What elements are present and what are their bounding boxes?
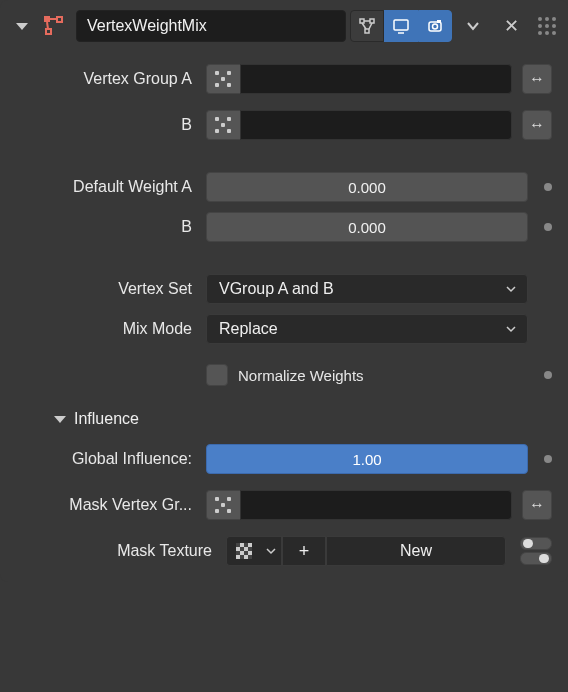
svg-line-9: [362, 23, 366, 29]
normalize-label: Normalize Weights: [238, 367, 364, 384]
mix-mode-label: Mix Mode: [16, 320, 196, 338]
texture-add-button[interactable]: +: [282, 536, 326, 566]
vertex-group-b-label: B: [16, 116, 196, 134]
svg-rect-6: [370, 19, 374, 23]
normalize-row: Normalize Weights: [16, 358, 552, 392]
close-icon: ✕: [504, 15, 519, 37]
modifier-header: VertexWeightMix ✕: [4, 4, 564, 48]
vertex-group-b-row: B ↔: [16, 108, 552, 142]
vertex-group-a-label: Vertex Group A: [16, 70, 196, 88]
svg-line-10: [369, 23, 372, 29]
texture-browse-button[interactable]: [226, 536, 260, 566]
svg-line-4: [47, 22, 48, 29]
default-weight-a-row: Default Weight A 0.000: [16, 170, 552, 204]
invert-mask-button[interactable]: ↔: [522, 490, 552, 520]
default-weight-b-row: B 0.000: [16, 210, 552, 244]
svg-rect-11: [394, 20, 408, 30]
default-weight-a-input[interactable]: 0.000: [206, 172, 528, 202]
render-display-toggle[interactable]: [418, 10, 452, 42]
expand-toggle[interactable]: [12, 10, 32, 42]
vertex-group-a-row: Vertex Group A ↔: [16, 62, 552, 96]
global-influence-input[interactable]: 1.00: [206, 444, 528, 474]
display-mode-group: [350, 10, 452, 42]
texture-dropdown-button[interactable]: [260, 536, 282, 566]
normalize-checkbox[interactable]: [206, 364, 228, 386]
mask-vg-input[interactable]: [206, 490, 512, 520]
extras-menu[interactable]: [456, 10, 490, 42]
texture-channel-toggle[interactable]: [520, 537, 552, 565]
chevron-down-icon: [505, 323, 517, 335]
texture-new-button[interactable]: New: [326, 536, 506, 566]
svg-rect-15: [437, 20, 441, 23]
vertex-group-icon: [206, 490, 240, 520]
invert-a-button[interactable]: ↔: [522, 64, 552, 94]
svg-point-14: [433, 24, 438, 29]
global-influence-row: Global Influence: 1.00: [16, 442, 552, 476]
svg-rect-5: [360, 19, 364, 23]
mask-vg-label: Mask Vertex Gr...: [16, 496, 196, 514]
influence-subpanel-header[interactable]: Influence: [16, 404, 552, 442]
mask-texture-row: Mask Texture + New: [16, 534, 552, 568]
modifier-body: Vertex Group A ↔ B: [4, 48, 564, 578]
animate-property-a[interactable]: [544, 183, 552, 191]
vertex-set-dropdown[interactable]: VGroup A and B: [206, 274, 528, 304]
animate-normalize[interactable]: [544, 371, 552, 379]
default-weight-b-label: B: [16, 218, 196, 236]
chevron-down-icon: [505, 283, 517, 295]
vertex-group-icon: [206, 64, 240, 94]
mix-mode-dropdown[interactable]: Replace: [206, 314, 528, 344]
mask-vertex-group-row: Mask Vertex Gr... ↔: [16, 488, 552, 522]
texture-icon: [236, 543, 252, 559]
vertex-group-a-input[interactable]: [206, 64, 512, 94]
delete-modifier-button[interactable]: ✕: [494, 10, 528, 42]
svg-rect-7: [365, 29, 369, 33]
default-weight-b-input[interactable]: 0.000: [206, 212, 528, 242]
vertex-set-row: Vertex Set VGroup A and B: [16, 272, 552, 306]
default-weight-a-label: Default Weight A: [16, 178, 196, 196]
vertex-set-label: Vertex Set: [16, 280, 196, 298]
edit-mode-toggle[interactable]: [350, 10, 384, 42]
invert-b-button[interactable]: ↔: [522, 110, 552, 140]
drag-handle[interactable]: [538, 17, 556, 35]
vertex-weight-mix-icon: [36, 14, 72, 38]
influence-label: Influence: [74, 410, 139, 428]
global-influence-label: Global Influence:: [16, 450, 196, 468]
animate-property-b[interactable]: [544, 223, 552, 231]
svg-rect-0: [44, 16, 50, 22]
vertex-group-b-input[interactable]: [206, 110, 512, 140]
svg-rect-1: [57, 17, 62, 22]
svg-rect-2: [46, 29, 51, 34]
modifier-name-input[interactable]: VertexWeightMix: [76, 10, 346, 42]
modifier-name-text: VertexWeightMix: [87, 17, 207, 35]
animate-influence[interactable]: [544, 455, 552, 463]
realtime-display-toggle[interactable]: [384, 10, 418, 42]
mix-mode-row: Mix Mode Replace: [16, 312, 552, 346]
vertex-group-icon: [206, 110, 240, 140]
modifier-panel: VertexWeightMix ✕ Vertex Group A: [0, 0, 568, 582]
mask-texture-label: Mask Texture: [16, 542, 216, 560]
